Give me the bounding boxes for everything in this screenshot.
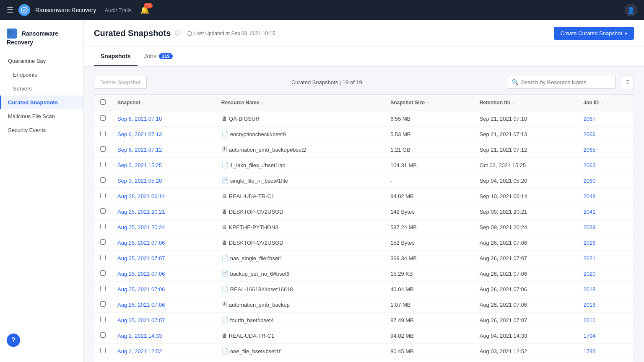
job-id-link[interactable]: 2021 xyxy=(583,255,595,261)
snapshot-date-link[interactable]: Aug 26, 2021 06:14 xyxy=(117,193,165,199)
job-id-link[interactable]: 2067 xyxy=(583,116,595,122)
row-checkbox[interactable] xyxy=(100,193,106,198)
sidebar-item-servers[interactable]: Servers xyxy=(0,82,83,96)
row-checkbox[interactable] xyxy=(100,177,106,183)
notifications-bell[interactable]: 🔔 17 xyxy=(140,5,149,15)
job-id-link[interactable]: 1793 xyxy=(583,348,595,354)
row-checkbox[interactable] xyxy=(100,301,106,307)
snapshot-size-cell: 94.02 MB xyxy=(384,328,474,344)
layout: RansomwareRecovery Quarantine BayEndpoin… xyxy=(0,20,644,362)
search-input[interactable] xyxy=(521,76,605,88)
audit-trails-link[interactable]: Audit Trails xyxy=(105,7,132,13)
snapshot-date-link[interactable]: Aug 25, 2021 20:21 xyxy=(117,209,165,215)
sidebar-item-endpoints[interactable]: Endpoints xyxy=(0,68,83,82)
job-id-cell: 2039 xyxy=(577,220,634,235)
retention-till-cell: Sep 21, 2021 07:13 xyxy=(474,127,578,142)
search-icon: 🔍 xyxy=(512,79,519,85)
row-checkbox[interactable] xyxy=(100,317,106,322)
job-id-cell: 1780 xyxy=(577,359,634,362)
sort-icon[interactable]: ↕ xyxy=(427,101,429,105)
job-id-link[interactable]: 2065 xyxy=(583,147,595,153)
table-row: Sep 3, 2021 15:25📄1_lakh_files_#bset1lac… xyxy=(94,158,634,173)
retention-till-cell: Sep 10, 2021 06:14 xyxy=(474,189,578,204)
snapshot-date-link[interactable]: Sep 3, 2021 05:20 xyxy=(117,178,162,184)
table-row: Aug 25, 2021 07:06🗄automation_smb_backup… xyxy=(94,297,634,313)
snapshot-date-link[interactable]: Aug 2, 2021 12:52 xyxy=(117,348,162,354)
snapshot-date-link[interactable]: Aug 25, 2021 07:07 xyxy=(117,255,165,261)
sort-icon[interactable]: ↕ xyxy=(513,101,515,105)
sort-icon[interactable]: ↕ xyxy=(143,101,145,105)
hamburger-icon[interactable]: ☰ xyxy=(7,5,13,15)
snapshot-date-link[interactable]: Sep 6, 2021 07:12 xyxy=(117,147,162,153)
job-id-link[interactable]: 2020 xyxy=(583,271,595,277)
table-row: Aug 2, 2021 12:52📄one_file_bset#bset1f80… xyxy=(94,344,634,359)
snapshot-date-link[interactable]: Aug 25, 2021 20:24 xyxy=(117,224,165,230)
job-id-link[interactable]: 1794 xyxy=(583,333,595,339)
retention-till-cell: Aug 26, 2021 07:06 xyxy=(474,235,578,251)
filter-button[interactable]: ≡ xyxy=(621,75,634,89)
sidebar-item-curated-snapshots[interactable]: Curated Snapshots xyxy=(0,96,83,109)
resource-name-cell: 📄nas_single_file#bset1 xyxy=(216,251,384,266)
snapshot-date-link[interactable]: Sep 3, 2021 15:25 xyxy=(117,162,162,168)
user-avatar[interactable]: 👤 xyxy=(625,4,637,16)
snapshot-date-link[interactable]: Aug 25, 2021 07:06 xyxy=(117,240,165,246)
tab-snapshots[interactable]: Snapshots xyxy=(94,47,138,66)
row-checkbox[interactable] xyxy=(100,348,106,353)
resource-name-label: fourth_bset#bset4 xyxy=(230,317,274,323)
job-id-link[interactable]: 2039 xyxy=(583,224,595,230)
snapshot-date-link[interactable]: Sep 6, 2021 07:13 xyxy=(117,131,162,137)
job-id-link[interactable]: 2018 xyxy=(583,286,595,292)
job-id-link[interactable]: 2048 xyxy=(583,193,595,199)
create-curated-snapshot-button[interactable]: Create Curated Snapshot ▾ xyxy=(554,27,634,40)
row-checkbox[interactable] xyxy=(100,115,106,121)
table-row: Sep 6, 2021 07:12🗄automation_smb_backup#… xyxy=(94,142,634,158)
row-checkbox[interactable] xyxy=(100,162,106,167)
snapshot-date-link[interactable]: Aug 25, 2021 07:06 xyxy=(117,271,165,277)
row-checkbox[interactable] xyxy=(100,224,106,229)
snapshot-date-link[interactable]: Aug 25, 2021 07:06 xyxy=(117,286,165,292)
row-checkbox[interactable] xyxy=(100,255,106,260)
row-checkbox[interactable] xyxy=(100,208,106,214)
sort-icon[interactable]: ↓ xyxy=(601,101,603,105)
sidebar-item-malicious-file-scan[interactable]: Malicious File Scan xyxy=(0,109,83,123)
job-id-link[interactable]: 2060 xyxy=(583,178,595,184)
snapshot-size-cell: - xyxy=(384,173,474,189)
sidebar-item-security-events[interactable]: Security Events xyxy=(0,123,83,137)
row-checkbox[interactable] xyxy=(100,332,106,338)
sidebar-item-quarantine-bay[interactable]: Quarantine Bay xyxy=(0,54,83,68)
snapshot-size-cell: 15.29 KB xyxy=(384,266,474,282)
select-all-checkbox[interactable] xyxy=(100,99,106,105)
snapshot-size-cell: 152 Bytes xyxy=(384,235,474,251)
row-checkbox[interactable] xyxy=(100,270,106,276)
resource-name-cell: 🖥QA-BIGSUR xyxy=(216,111,384,127)
table-row: Jul 30, 2021 09:26📄single_file#bset6-Aug… xyxy=(94,359,634,362)
content-area: Delete Snapshot Curated Snapshots | 19 o… xyxy=(84,67,644,362)
job-id-link[interactable]: 2026 xyxy=(583,240,595,246)
row-checkbox[interactable] xyxy=(100,131,106,136)
info-icon[interactable]: ⓘ xyxy=(175,30,181,37)
snapshot-date-link[interactable]: Aug 25, 2021 07:06 xyxy=(117,302,165,308)
job-id-link[interactable]: 2066 xyxy=(583,131,595,137)
row-checkbox[interactable] xyxy=(100,146,106,152)
job-id-link[interactable]: 2010 xyxy=(583,317,595,323)
delete-snapshot-button[interactable]: Delete Snapshot xyxy=(94,76,147,89)
snapshot-size-cell: 104.31 MB xyxy=(384,158,474,173)
snapshot-date-link[interactable]: Sep 6, 2021 07:10 xyxy=(117,116,162,122)
table-row: Aug 25, 2021 07:06🖥DESKTOP-OV2USOD152 By… xyxy=(94,235,634,251)
job-id-link[interactable]: 2041 xyxy=(583,209,595,215)
job-id-link[interactable]: 2063 xyxy=(583,162,595,168)
snapshot-date-link[interactable]: Aug 25, 2021 07:07 xyxy=(117,317,165,323)
snapshot-size-cell: 40.04 MB xyxy=(384,282,474,297)
tab-jobs[interactable]: Jobs219 xyxy=(138,47,179,66)
resource-name-label: automation_smb_backup#bset2 xyxy=(229,147,306,153)
snapshot-date-link[interactable]: Aug 2, 2021 14:33 xyxy=(117,333,162,339)
snapshot-size-cell: 1.07 MB xyxy=(384,297,474,313)
sort-icon[interactable]: ↕ xyxy=(262,101,264,105)
row-checkbox[interactable] xyxy=(100,239,106,245)
job-id-cell: 1794 xyxy=(577,328,634,344)
table-count: Curated Snapshots | 19 of 19 xyxy=(152,79,502,85)
help-button[interactable]: ? xyxy=(7,334,20,347)
job-id-link[interactable]: 2016 xyxy=(583,302,595,308)
snapshot-col-header: Snapshot ↕ xyxy=(112,95,216,111)
row-checkbox[interactable] xyxy=(100,286,106,291)
